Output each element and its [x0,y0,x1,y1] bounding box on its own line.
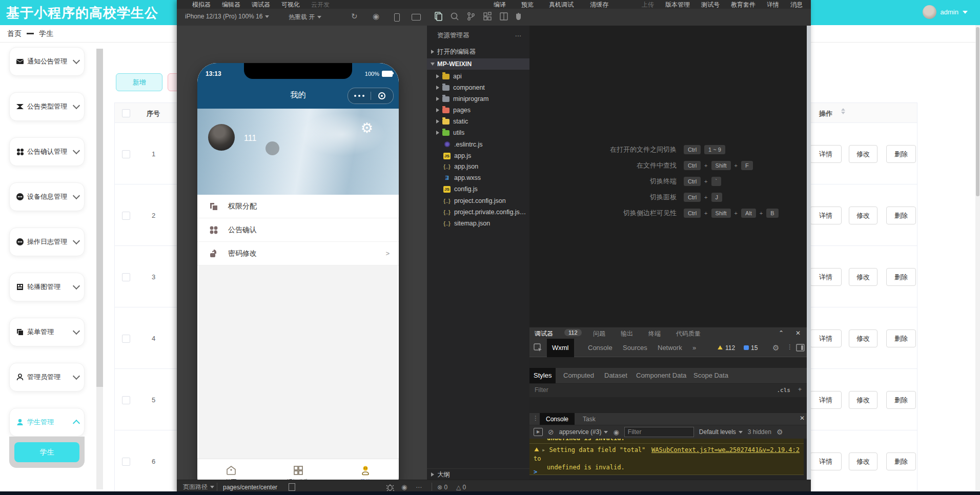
tab-component-data[interactable]: Component Data [632,368,690,383]
files-icon[interactable] [433,11,443,22]
tab-network[interactable]: Network [652,339,687,357]
eye-icon[interactable]: ◉ [613,428,619,436]
menu-message[interactable]: 消息 [790,1,803,9]
console-filter-input[interactable] [624,427,694,437]
clear-console-icon[interactable]: ⊘ [548,428,554,436]
search-icon[interactable] [450,11,460,22]
styles-content-area[interactable] [529,397,811,412]
console-prompt[interactable]: > [534,468,537,476]
more-tabs-icon[interactable]: » [687,339,701,357]
tree-item[interactable]: .eslintrc.js [427,139,529,150]
play-icon[interactable]: ▶ [534,428,543,436]
inspect-icon[interactable] [534,343,543,353]
capsule-menu[interactable] [348,88,394,104]
edit-button[interactable]: 修改 [849,452,877,470]
sidebar-scrollbar[interactable] [96,49,103,489]
menu-clear-cache[interactable]: 清缓存 [590,1,608,9]
outline-section[interactable]: 大纲 [427,468,529,480]
add-style-icon[interactable]: + [798,386,802,393]
close-icon[interactable]: ✕ [795,329,801,337]
page-path-selector[interactable]: 页面路径 [183,483,214,491]
add-button[interactable]: 新增 [116,73,162,91]
more-icon[interactable] [348,95,371,97]
tree-item[interactable]: {..}app.json [427,161,529,172]
open-editors-section[interactable]: 打开的编辑器 [427,46,529,57]
edit-button[interactable]: 修改 [849,145,877,163]
delete-button[interactable]: 删除 [886,145,916,163]
sidebar-item-notice[interactable]: 通知公告管理 [9,47,85,76]
delete-button[interactable]: 删除 [886,268,916,286]
tree-item[interactable]: JSconfig.js [427,183,529,195]
log-level-selector[interactable]: Default levels [699,428,743,436]
select-all-checkbox[interactable] [122,109,130,117]
edit-button[interactable]: 修改 [849,329,877,347]
tab-terminal[interactable]: 终端 [648,329,661,338]
close-target-icon[interactable] [371,92,394,99]
tree-item[interactable]: api [427,71,529,82]
sidebar-item-notice-type[interactable]: 公告类型管理 [9,92,85,121]
col-header-no[interactable]: 序号 [147,109,160,118]
gear-icon[interactable]: ⚙ [361,120,373,136]
record-icon[interactable]: ◉ [373,12,379,21]
menu-debugger[interactable]: 调试器 [252,1,270,9]
tab-computed[interactable]: Computed [559,368,598,383]
sidebar-item-carousel[interactable]: 轮播图管理 [9,273,85,301]
tab-styles[interactable]: Styles [529,368,556,383]
styles-filter-input[interactable] [534,386,730,394]
detail-button[interactable]: 详情 [810,452,842,470]
menu-item-password[interactable]: 密码修改 > [197,242,399,265]
delete-button[interactable]: 删除 [886,452,916,470]
split-editor-icon[interactable] [499,11,509,22]
sidebar-item-menu[interactable]: 菜单管理 [9,318,85,346]
tab-scope-data[interactable]: Scope Data [689,368,732,383]
menu-details[interactable]: 详情 [767,1,779,9]
desktop-icon[interactable] [412,14,421,20]
tab-problems[interactable]: 问题 [593,329,605,338]
ellipsis-icon[interactable]: ⋯ [416,484,422,491]
devtools-scrollbar[interactable] [807,26,811,480]
detail-button[interactable]: 详情 [810,329,842,347]
menu-remote-debug[interactable]: 真机调试 [549,1,574,9]
collapse-icon[interactable]: ⌃ [779,329,784,337]
tab-task[interactable]: Task [577,413,602,425]
gear-icon[interactable]: ⚙ [777,428,783,436]
gear-icon[interactable]: ⚙ [772,343,779,353]
expand-arrow-icon[interactable]: ▸ [542,446,545,453]
hand-icon[interactable] [514,11,524,22]
message-count[interactable]: 15 [744,344,758,352]
menu-version[interactable]: 版本管理 [665,1,690,9]
phone-icon[interactable] [394,13,400,22]
tree-item[interactable]: {..}project.config.json [427,195,529,207]
row-checkbox[interactable] [122,212,130,220]
col-header-action[interactable]: 操作 [819,109,832,118]
kebab-menu-icon[interactable]: ⋮ [533,415,539,422]
cls-button[interactable]: .cls [777,387,791,394]
project-root[interactable]: MP-WEIXIN [427,58,529,70]
row-checkbox[interactable] [122,335,130,343]
row-checkbox[interactable] [122,458,130,466]
extensions-icon[interactable] [482,11,493,22]
sidebar-item-log[interactable]: 操作日志管理 [9,228,85,256]
copy-icon[interactable] [289,483,295,491]
hot-reload-toggle[interactable]: 热重载 开 [289,13,321,22]
source-link[interactable]: WASubContext.js?t=we…25027441&v=2.19.4:2 [651,446,800,455]
tree-item[interactable]: {..}sitemap.json [427,218,529,229]
sidebar-item-device[interactable]: 设备信息管理 [9,182,85,211]
more-icon[interactable]: ⋯ [515,32,522,39]
sort-icons[interactable] [841,108,845,114]
tab-console[interactable]: Console [583,339,618,357]
tab-output[interactable]: 输出 [621,329,633,338]
tree-item[interactable]: {..}project.private.config.js… [427,207,529,218]
tree-item[interactable]: JSapp.js [427,150,529,161]
detail-button[interactable]: 详情 [810,145,842,163]
menu-visualize[interactable]: 可视化 [281,1,300,9]
row-checkbox[interactable] [122,273,130,281]
menu-preview[interactable]: 预览 [521,1,534,9]
tree-item[interactable]: miniprogram [427,93,529,105]
user-menu[interactable]: admin [923,5,968,19]
delete-button[interactable]: 删除 [886,391,916,409]
tab-code-quality[interactable]: 代码质量 [676,329,701,338]
tab-console-sub[interactable]: Console [540,413,575,425]
menu-simulator[interactable]: 模拟器 [192,1,211,9]
sidebar-item-admin[interactable]: 管理员管理 [9,363,85,391]
